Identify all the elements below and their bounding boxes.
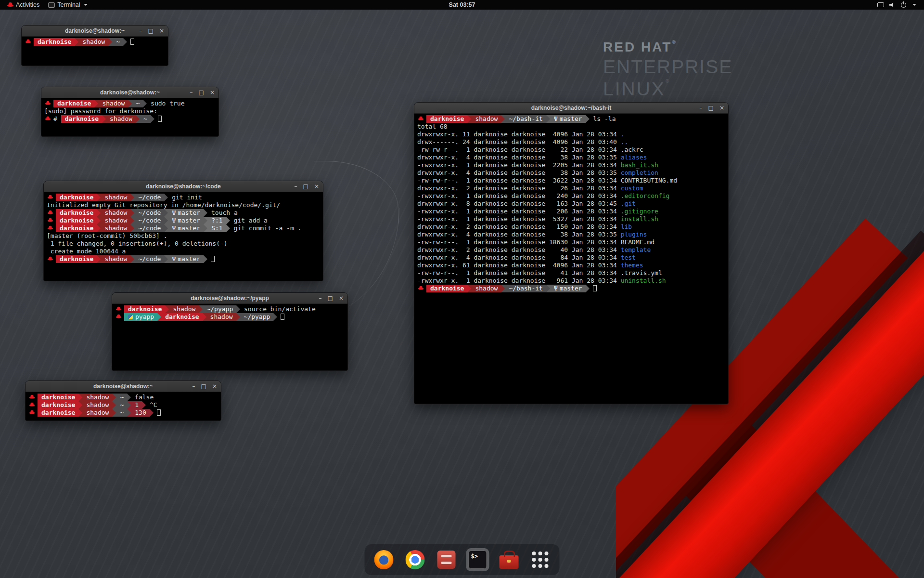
window-controls: –□× [192,381,217,392]
ls-entry-exec: .editorconfig [621,192,670,199]
minimize-button[interactable]: – [190,87,193,98]
output-text: drwxrwxr-x. 4 darknoise darknoise 38 Jan… [417,231,621,238]
maximize-button[interactable]: □ [303,181,308,192]
redhat-logo-icon [7,2,13,8]
files-icon[interactable] [435,548,458,571]
segment-text: darknoise [60,224,93,232]
output-text: create mode 100644 a [47,248,126,255]
minimize-button[interactable]: – [140,26,142,37]
output-line: drwx------. 24 darknoise darknoise 4096 … [417,138,725,146]
ls-entry-dir: template [621,246,651,253]
close-button[interactable]: × [339,293,344,304]
close-button[interactable]: × [314,181,319,192]
activities-button[interactable]: Activities [3,0,44,10]
terminal-window[interactable]: darknoise@shadow:~/code–□×darknoiseshado… [43,181,323,281]
command-text: sudo true [147,100,184,107]
output-text: drwxrwxr-x. 8 darknoise darknoise 163 Ja… [417,200,621,207]
window-titlebar[interactable]: darknoise@shadow:~/bash-it–□× [414,103,728,114]
redhat-prompt-icon [29,410,35,415]
window-titlebar[interactable]: darknoise@shadow:~–□× [26,381,221,392]
segment-text: shadow [104,224,127,232]
prompt-segment-path: ~ [112,38,123,46]
minimize-button[interactable]: – [295,181,297,192]
prompt-segment-gitstat: S:1 [207,224,226,232]
maximize-button[interactable]: □ [328,293,333,304]
prompt-line: darknoiseshadow~/bash-itΨmaster [417,285,725,292]
chrome-icon[interactable] [404,548,427,571]
terminal-icon[interactable]: $> [466,548,489,571]
output-text: -rw-rw-r--. 1 darknoise darknoise 3622 J… [417,177,621,184]
minimize-button[interactable]: – [319,293,322,304]
window-titlebar[interactable]: darknoise@shadow:~/pyapp–□× [112,293,347,304]
terminal-cursor [281,314,284,320]
prompt-line: darknoiseshadow~ sudo true [44,100,216,107]
close-button[interactable]: × [159,26,164,37]
powerline-separator [136,115,140,123]
ls-entry-dir: .git [621,200,636,207]
maximize-button[interactable]: □ [199,87,204,98]
powerline-separator [199,305,203,313]
powerline-separator [78,394,82,401]
command-text: git commit -a -m . [230,224,302,232]
app-grid-icon[interactable] [529,548,552,571]
powerline-separator [467,285,471,292]
toolbox-icon[interactable] [498,548,521,571]
prompt-segment-path: ~ [116,409,127,417]
terminal-window[interactable]: darknoise@shadow:~/pyapp–□×darknoiseshad… [112,292,348,371]
window-titlebar[interactable]: darknoise@shadow:~/code–□× [44,181,323,192]
prompt-segment-path: ~/code [134,194,164,201]
terminal-content[interactable]: darknoiseshadow~ [22,37,168,66]
terminal-content[interactable]: darknoiseshadow~/pyapp source bin/activa… [112,304,347,370]
segment-text: ~ [143,115,147,122]
close-button[interactable]: × [210,87,215,98]
segment-text: ~/code [138,217,161,224]
prompt-segment-host: shadow [101,217,130,224]
app-menu-terminal[interactable]: Terminal [44,0,91,10]
maximize-button[interactable]: □ [201,381,206,392]
ls-entry-exec: bash_it.sh [621,161,658,169]
git-branch-icon: Ψ [554,285,558,292]
close-button[interactable]: × [212,381,217,392]
powerline-separator [157,313,161,321]
terminal-cursor [593,285,597,291]
powerline-separator [204,217,207,224]
terminal-window[interactable]: darknoise@shadow:~–□×darknoiseshadow~ fa… [25,381,221,421]
prompt-line: darknoiseshadow~130 [28,409,218,417]
segment-text: darknoise [60,209,93,216]
terminal-content[interactable]: darknoiseshadow~/bash-itΨmaster ls -lato… [414,114,728,404]
clock[interactable]: Sat 03:57 [449,1,475,8]
maximize-button[interactable]: □ [148,26,154,37]
system-status-area[interactable] [873,0,921,10]
segment-text: darknoise [38,38,71,45]
prompt-segment-path: ~/code [134,224,164,232]
segment-text: 130 [135,409,146,416]
terminal-content[interactable]: darknoiseshadow~/code git initInitialize… [44,192,323,281]
powerline-separator [130,209,134,217]
ls-entry-exec: install.sh [621,215,658,223]
window-titlebar[interactable]: darknoise@shadow:~–□× [22,26,168,37]
redhat-prompt-icon [29,402,35,407]
output-text: -rwxrwxr-x. 1 darknoise darknoise 240 Ja… [417,192,621,199]
powerline-separator [112,401,116,409]
terminal-window[interactable]: darknoise@shadow:~/bash-it–□×darknoisesh… [414,102,729,404]
powerline-separator [164,255,168,263]
segment-text: ~ [120,394,124,401]
powerline-separator [123,38,127,46]
prompt-segment-venv: pyapp [124,313,157,321]
close-button[interactable]: × [719,103,724,114]
powerline-separator [164,217,168,224]
ls-entry-exec: .gitignore [621,208,658,215]
output-text: drwxrwxr-x. 2 darknoise darknoise 150 Ja… [417,223,621,230]
window-titlebar[interactable]: darknoise@shadow:~–□× [41,87,218,98]
firefox-icon[interactable] [372,548,396,571]
chevron-down-icon [84,4,88,6]
terminal-content[interactable]: darknoiseshadow~ falsedarknoiseshadow~1 … [26,392,221,420]
minimize-button[interactable]: – [700,103,703,114]
terminal-window[interactable]: darknoise@shadow:~–□×darknoiseshadow~ [21,25,168,66]
minimize-button[interactable]: – [192,381,195,392]
terminal-window[interactable]: darknoise@shadow:~–□×darknoiseshadow~ su… [41,87,219,137]
terminal-content[interactable]: darknoiseshadow~ sudo true[sudo] passwor… [41,98,218,136]
maximize-button[interactable]: □ [708,103,714,114]
output-line: -rwxrwxr-x. 1 darknoise darknoise 5327 J… [417,215,725,223]
output-text: [sudo] password for darknoise: [44,107,157,115]
